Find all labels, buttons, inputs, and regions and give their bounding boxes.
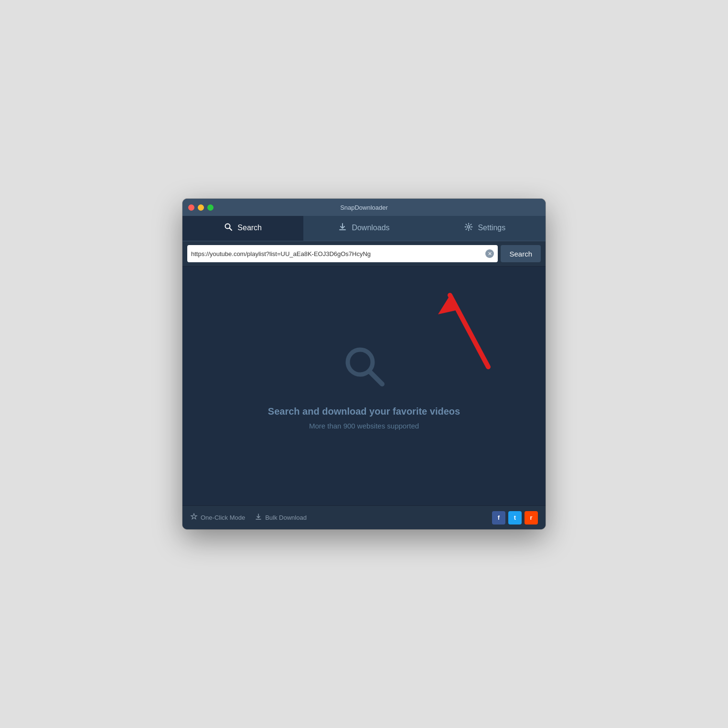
titlebar: SnapDownloader [182, 199, 546, 216]
tab-search-label: Search [237, 224, 262, 232]
empty-state-icon [340, 342, 388, 392]
app-title: SnapDownloader [340, 204, 388, 211]
url-input[interactable] [191, 250, 485, 257]
close-button[interactable] [188, 204, 194, 211]
arrow-annotation [412, 281, 507, 376]
downloads-tab-icon [338, 223, 347, 234]
footer-social: f t r [492, 511, 538, 525]
search-tab-icon [224, 223, 233, 234]
one-click-icon [190, 513, 198, 522]
tab-search[interactable]: Search [182, 216, 303, 241]
tab-downloads-label: Downloads [352, 224, 389, 232]
svg-line-6 [369, 371, 382, 384]
bulk-download-button[interactable]: Bulk Download [255, 513, 307, 522]
svg-line-3 [450, 295, 488, 367]
url-input-wrapper: ✕ [187, 245, 498, 262]
url-searchbar: ✕ Search [182, 241, 546, 267]
svg-marker-4 [438, 295, 460, 314]
facebook-button[interactable]: f [492, 511, 505, 525]
bulk-download-icon [255, 513, 262, 522]
one-click-mode-label: One-Click Mode [201, 514, 245, 521]
facebook-icon: f [498, 514, 500, 521]
search-button[interactable]: Search [501, 245, 541, 262]
tab-settings[interactable]: Settings [425, 216, 546, 241]
tab-settings-label: Settings [478, 224, 505, 232]
twitter-button[interactable]: t [508, 511, 522, 525]
reddit-button[interactable]: r [525, 511, 538, 525]
minimize-button[interactable] [198, 204, 204, 211]
main-content: Search and download your favorite videos… [182, 267, 546, 505]
bulk-download-label: Bulk Download [265, 514, 307, 521]
footer-left: One-Click Mode Bulk Download [190, 513, 307, 522]
footer: One-Click Mode Bulk Download f t r [182, 505, 546, 529]
empty-state-title: Search and download your favorite videos [268, 406, 460, 417]
app-window: SnapDownloader Search Downloads [182, 199, 546, 529]
svg-line-1 [230, 228, 232, 230]
svg-point-2 [468, 225, 470, 228]
twitter-icon: t [514, 514, 516, 521]
maximize-button[interactable] [207, 204, 214, 211]
tab-bar: Search Downloads Settings [182, 216, 546, 241]
one-click-mode-button[interactable]: One-Click Mode [190, 513, 245, 522]
clear-input-button[interactable]: ✕ [485, 249, 494, 258]
empty-state-subtitle: More than 900 websites supported [309, 422, 419, 430]
reddit-icon: r [530, 514, 532, 521]
window-controls [188, 204, 214, 211]
settings-tab-icon [464, 223, 473, 234]
tab-downloads[interactable]: Downloads [303, 216, 424, 241]
